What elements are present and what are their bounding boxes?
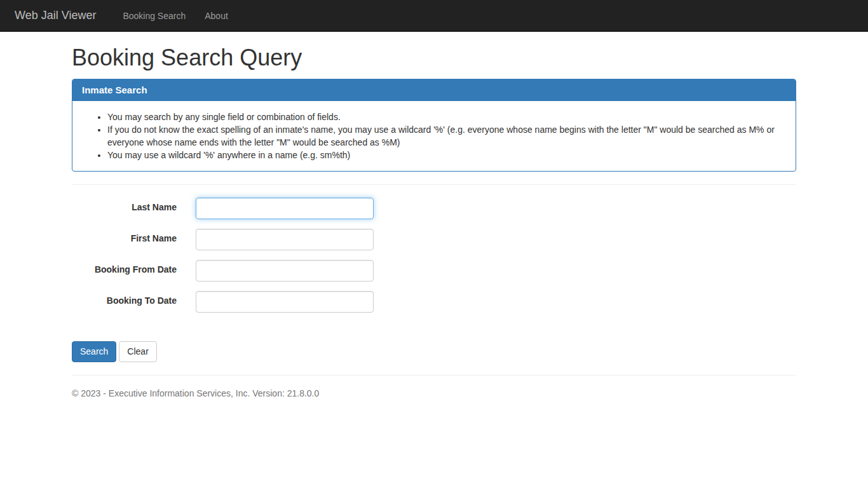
search-button[interactable]: Search — [72, 341, 116, 363]
last-name-input[interactable] — [196, 198, 374, 219]
navbar-brand[interactable]: Web Jail Viewer — [5, 0, 105, 31]
booking-from-date-input[interactable] — [196, 260, 374, 281]
first-name-label: First Name — [72, 229, 196, 250]
form-row-booking-to-date: Booking To Date — [72, 291, 796, 313]
main-container: Booking Search Query Inmate Search You m… — [72, 44, 796, 411]
instruction-item: You may search by any single field or co… — [107, 111, 786, 123]
divider-top — [72, 184, 796, 185]
clear-button[interactable]: Clear — [119, 341, 156, 363]
booking-search-form: Last Name First Name Booking From Date B… — [72, 198, 796, 363]
copyright-text: © 2023 - Executive Information Services,… — [72, 388, 796, 411]
booking-to-date-input[interactable] — [196, 291, 374, 313]
page-footer: © 2023 - Executive Information Services,… — [72, 388, 796, 411]
instruction-item: If you do not know the exact spelling of… — [107, 123, 786, 149]
instruction-item: You may use a wildcard '%' anywhere in a… — [107, 149, 786, 161]
top-navbar: Web Jail Viewer Booking Search About — [0, 0, 868, 32]
form-row-booking-from-date: Booking From Date — [72, 260, 796, 281]
first-name-input[interactable] — [196, 229, 374, 250]
panel-heading: Inmate Search — [72, 79, 796, 101]
booking-to-date-label: Booking To Date — [72, 291, 196, 313]
form-row-first-name: First Name — [72, 229, 796, 250]
nav-item-booking-search[interactable]: Booking Search — [113, 0, 195, 31]
booking-from-date-label: Booking From Date — [72, 260, 196, 281]
button-row: Search Clear — [72, 341, 796, 363]
instructions-list: You may search by any single field or co… — [82, 111, 786, 161]
nav-item-about[interactable]: About — [195, 0, 238, 31]
panel-body: You may search by any single field or co… — [72, 101, 796, 171]
divider-bottom — [72, 375, 796, 376]
navbar-nav: Booking Search About — [113, 0, 237, 31]
last-name-label: Last Name — [72, 198, 196, 219]
inmate-search-panel: Inmate Search You may search by any sing… — [72, 79, 796, 172]
form-row-last-name: Last Name — [72, 198, 796, 219]
page-title: Booking Search Query — [72, 44, 796, 71]
